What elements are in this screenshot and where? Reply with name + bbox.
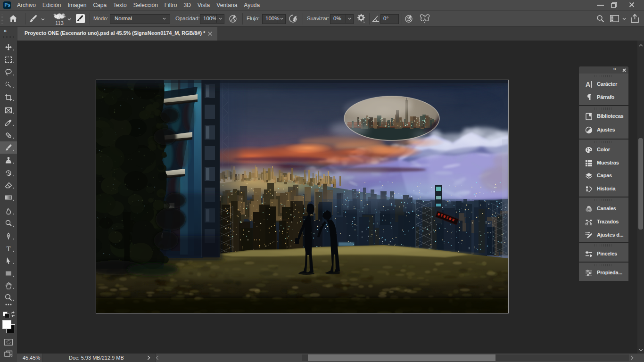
svg-text:T: T (7, 245, 11, 253)
svg-text:A: A (586, 81, 590, 88)
